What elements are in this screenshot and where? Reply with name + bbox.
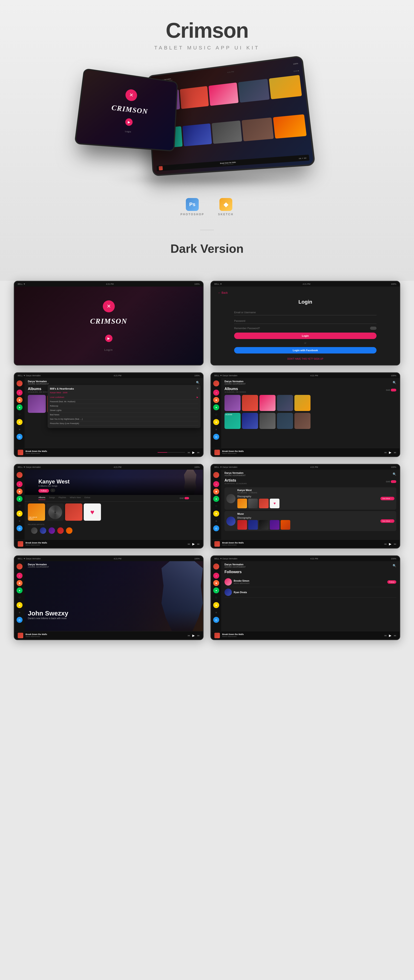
- grid-toggle-2[interactable]: Grid: [386, 389, 396, 391]
- album-card-5[interactable]: [295, 395, 310, 411]
- search-icon[interactable]: 🔍: [196, 381, 200, 384]
- crimson-x-button[interactable]: ✕: [125, 89, 137, 102]
- remember-toggle[interactable]: [370, 326, 376, 330]
- sidebar-icon-ar5[interactable]: ★: [213, 511, 219, 517]
- next-btn-6[interactable]: ⏭: [394, 634, 396, 637]
- artists-grid-toggle[interactable]: Grid: [386, 480, 396, 483]
- play-btn-6[interactable]: ▶: [389, 634, 392, 637]
- login-button[interactable]: Login: [234, 332, 376, 339]
- sidebar-icon-f2[interactable]: ■: [213, 580, 219, 586]
- album-card-1[interactable]: [225, 395, 240, 411]
- track-5[interactable]: Bad News: [50, 413, 198, 417]
- next-btn-3[interactable]: ⏭: [197, 542, 200, 545]
- sidebar-icon-ar1[interactable]: ♪: [213, 481, 219, 487]
- sidebar-icon-k3[interactable]: ●: [17, 496, 22, 502]
- related-artist-4[interactable]: [57, 527, 64, 534]
- followers-search[interactable]: 🔍: [393, 564, 396, 567]
- sidebar-icon-j6[interactable]: ≡: [17, 609, 22, 616]
- sidebar-icon-4[interactable]: ♡: [17, 412, 22, 418]
- tab-playlists[interactable]: Playlists: [59, 496, 66, 500]
- next-btn-5[interactable]: ⏭: [197, 634, 200, 637]
- track-3[interactable]: Robocop: [50, 404, 198, 408]
- back-button[interactable]: ← Back: [218, 291, 393, 294]
- sidebar-icon-a4[interactable]: ♡: [213, 412, 219, 418]
- track-2[interactable]: Paranoid (feat. Mr. Hudson): [50, 399, 198, 404]
- album-item[interactable]: [238, 79, 269, 103]
- artists-grid-switch[interactable]: [391, 480, 396, 483]
- muse-disc-3[interactable]: [259, 520, 269, 530]
- sidebar-icon-music[interactable]: ♪: [17, 390, 22, 396]
- sidebar-icon-ar6[interactable]: ≡: [213, 518, 219, 524]
- sidebar-icon-k7[interactable]: ◎: [17, 525, 22, 531]
- email-input[interactable]: Email or Username: [234, 310, 376, 315]
- sidebar-icon-6[interactable]: ≡: [17, 426, 22, 433]
- pablo-album[interactable]: THE LIFE OFPABLO: [28, 503, 45, 521]
- sidebar-icon-j1[interactable]: ♪: [17, 573, 22, 579]
- album-item[interactable]: [182, 123, 212, 146]
- tab-extras[interactable]: Extras: [84, 496, 91, 500]
- sidebar-icon-k2[interactable]: ■: [17, 488, 22, 495]
- muse-disc-2[interactable]: [248, 520, 258, 530]
- album-card-4[interactable]: [277, 395, 293, 411]
- album-card-6[interactable]: ACZKAD: [225, 413, 240, 429]
- play-btn-4[interactable]: ▶: [389, 542, 392, 546]
- sidebar-icon-f6[interactable]: ≡: [213, 609, 219, 616]
- muse-see-more-btn[interactable]: See More →: [381, 519, 395, 523]
- sidebar-icon-ar7[interactable]: ◎: [213, 525, 219, 531]
- album-item[interactable]: [273, 114, 307, 138]
- signup-link[interactable]: SIGN UP: [314, 358, 323, 360]
- popup-close-button[interactable]: ✕: [196, 387, 199, 390]
- splash-login-text[interactable]: Login: [104, 348, 113, 351]
- disc-2[interactable]: [248, 499, 258, 508]
- muse-disc-4[interactable]: [270, 520, 279, 530]
- player-controls-5[interactable]: ⏮ ▶ ⏭: [188, 634, 200, 637]
- splash-play-btn[interactable]: ▶: [105, 335, 113, 342]
- next-button[interactable]: ⏭: [197, 451, 200, 454]
- prev-btn-4[interactable]: ⏮: [384, 542, 387, 545]
- sidebar-icon-5[interactable]: ★: [17, 419, 22, 425]
- sidebar-icon-a6[interactable]: ≡: [213, 426, 219, 433]
- play-btn-5[interactable]: ▶: [192, 634, 195, 637]
- album-item[interactable]: [209, 83, 239, 106]
- next-btn-2[interactable]: ⏭: [394, 451, 396, 454]
- sidebar-icon-j3[interactable]: ●: [17, 587, 22, 593]
- tab-songs[interactable]: Songs: [49, 496, 55, 500]
- share-button[interactable]: ↑: [50, 488, 55, 492]
- album-item[interactable]: [242, 117, 274, 141]
- sidebar-icon-ar2[interactable]: ■: [213, 488, 219, 495]
- sidebar-icon-k4[interactable]: ♡: [17, 503, 22, 509]
- sidebar-icon-a7[interactable]: ◎: [213, 434, 219, 440]
- heart-album[interactable]: ♥: [84, 503, 101, 521]
- sidebar-icon-f5[interactable]: ★: [213, 602, 219, 608]
- sidebar-icon-7[interactable]: ◎: [17, 434, 22, 440]
- sidebar-icon-k5[interactable]: ★: [17, 511, 22, 517]
- sidebar-icon-3[interactable]: ●: [17, 404, 22, 410]
- player-controls-6[interactable]: ⏮ ▶ ⏭: [384, 634, 396, 637]
- next-btn-4[interactable]: ⏭: [394, 542, 396, 545]
- play-button[interactable]: ▶: [192, 450, 195, 454]
- album-card-2[interactable]: [242, 395, 258, 411]
- sidebar-icon-k6[interactable]: ≡: [17, 518, 22, 524]
- player-controls-2[interactable]: ⏮ ▶ ⏭: [384, 450, 396, 454]
- albums-search-icon[interactable]: 🔍: [393, 381, 396, 384]
- follow-button[interactable]: Follow: [38, 489, 49, 493]
- sidebar-icon-ar3[interactable]: ●: [213, 496, 219, 502]
- related-artist-2[interactable]: [40, 527, 46, 534]
- splash-close-icon[interactable]: ✕: [103, 301, 115, 312]
- album-card-3[interactable]: [260, 395, 275, 411]
- sidebar-icon-j7[interactable]: ◎: [17, 617, 22, 623]
- disc-3[interactable]: [259, 499, 269, 508]
- sidebar-icon-f7[interactable]: ◎: [213, 617, 219, 623]
- cd-album[interactable]: [46, 503, 64, 521]
- sidebar-icon-2[interactable]: ■: [17, 397, 22, 403]
- grid-toggle-switch-2[interactable]: [391, 389, 396, 391]
- splash-login-label[interactable]: Login: [125, 130, 131, 133]
- sidebar-icon-a2[interactable]: ■: [213, 397, 219, 403]
- tab-whats-new[interactable]: What's New: [70, 496, 81, 500]
- sidebar-icon-k1[interactable]: ♪: [17, 481, 22, 487]
- prev-btn-5[interactable]: ⏮: [188, 634, 190, 637]
- tab-albums[interactable]: Albums: [38, 496, 45, 500]
- player-controls[interactable]: ⏮ ▶ ⏭: [188, 450, 200, 454]
- prev-btn-6[interactable]: ⏮: [384, 634, 387, 637]
- sidebar-icon-ar4[interactable]: ♡: [213, 503, 219, 509]
